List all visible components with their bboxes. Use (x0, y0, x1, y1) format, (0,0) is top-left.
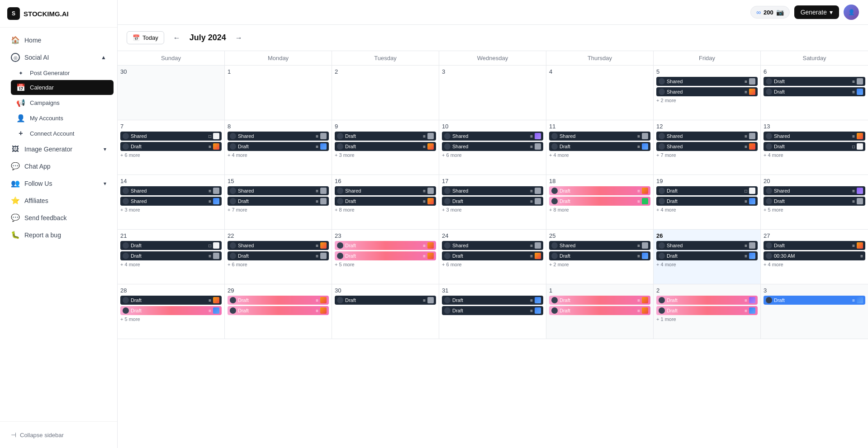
cal-cell-jul30[interactable]: 30 Draft ≡ (332, 284, 439, 339)
more-events-link[interactable]: + 4 more (764, 262, 865, 267)
collapse-sidebar-button[interactable]: ⊣ Collapse sidebar (4, 427, 114, 443)
next-month-button[interactable]: → (232, 32, 246, 44)
calendar-event[interactable]: Shared ≡ (549, 241, 650, 250)
calendar-event[interactable]: Draft ≡ (442, 296, 543, 305)
calendar-event[interactable]: Draft ≡ (442, 251, 543, 260)
calendar-event[interactable]: Draft ≡ (656, 251, 758, 260)
calendar-event[interactable]: Shared ≡ (120, 186, 222, 195)
cal-cell-jul6[interactable]: 6 Draft ≡ Draft ≡ (761, 66, 868, 120)
calendar-event[interactable]: Shared ≡ (228, 186, 329, 195)
calendar-event[interactable]: 00:30 AM ≡ (764, 251, 865, 260)
cal-cell-jul18[interactable]: 18 Draft ≡ Draft ≡ + (546, 175, 654, 229)
calendar-event[interactable]: Draft ≡ (656, 306, 758, 315)
cal-cell-jul7[interactable]: 7 Shared □ Draft ≡ + (118, 120, 225, 174)
sidebar-item-report-bug[interactable]: 🐛 Report a bug (4, 226, 114, 243)
calendar-event[interactable]: Draft ≡ (335, 296, 436, 305)
more-events-link[interactable]: + 4 more (656, 207, 758, 212)
calendar-event[interactable]: Draft ≡ (335, 132, 436, 141)
more-events-link[interactable]: + 6 more (120, 152, 222, 158)
more-events-link[interactable]: + 4 more (120, 262, 222, 267)
calendar-event[interactable]: Shared ≡ (442, 132, 543, 141)
calendar-event[interactable]: Draft □ (120, 241, 222, 250)
more-events-link[interactable]: + 8 more (549, 207, 650, 212)
calendar-event[interactable]: Shared □ (120, 132, 222, 141)
cal-cell-jul3[interactable]: 3 (439, 66, 546, 120)
cal-cell-jul16[interactable]: 16 Shared ≡ Draft ≡ (332, 175, 439, 229)
sidebar-item-post-generator[interactable]: ✦ Post Generator (11, 66, 114, 80)
calendar-event[interactable]: Shared ≡ (442, 142, 543, 151)
calendar-event[interactable]: Draft ≡ (764, 241, 865, 250)
today-button[interactable]: 📅 Today (127, 31, 164, 44)
calendar-event[interactable]: Draft ≡ (228, 306, 329, 315)
cal-cell-jul4[interactable]: 4 (546, 66, 654, 120)
cal-cell-jul26[interactable]: 26 Shared ≡ Draft ≡ (654, 230, 761, 284)
calendar-event[interactable]: Shared ≡ (656, 77, 758, 86)
calendar-event[interactable]: Draft ≡ (228, 197, 329, 206)
cal-cell-jul10[interactable]: 10 Shared ≡ Shared ≡ (439, 120, 546, 174)
app-logo[interactable]: S STOCKIMG.AI (0, 0, 117, 28)
cal-cell-aug1[interactable]: 1 Draft ≡ Draft ≡ (546, 284, 654, 339)
calendar-event[interactable]: Draft ≡ (228, 296, 329, 305)
cal-cell-aug2[interactable]: 2 Draft ≡ Draft ≡ + (654, 284, 761, 339)
more-events-link[interactable]: + 7 more (656, 152, 758, 158)
calendar-event[interactable]: Draft ≡ (764, 77, 865, 86)
calendar-event[interactable]: Shared ≡ (442, 186, 543, 195)
calendar-event[interactable]: Draft ≡ (335, 251, 436, 260)
calendar-event[interactable]: Shared ≡ (656, 87, 758, 96)
calendar-event[interactable]: Draft ≡ (228, 142, 329, 151)
sidebar-item-home[interactable]: 🏠 Home (4, 32, 114, 48)
more-events-link[interactable]: + 3 more (120, 207, 222, 212)
calendar-event[interactable]: Draft ≡ (549, 306, 650, 315)
calendar-event[interactable]: Draft ≡ (120, 251, 222, 260)
calendar-event[interactable]: Shared ≡ (335, 186, 436, 195)
user-avatar[interactable]: 👤 (844, 5, 859, 20)
more-events-link[interactable]: + 3 more (335, 152, 436, 158)
calendar-event[interactable]: Draft ≡ (335, 142, 436, 151)
more-events-link[interactable]: + 2 more (656, 98, 758, 103)
more-events-link[interactable]: + 5 more (764, 207, 865, 212)
more-events-link[interactable]: + 4 more (228, 152, 329, 158)
more-events-link[interactable]: + 5 more (335, 262, 436, 267)
more-events-link[interactable]: + 3 more (442, 207, 543, 212)
more-events-link[interactable]: + 4 more (549, 152, 650, 158)
calendar-event[interactable]: Shared ≡ (549, 132, 650, 141)
cal-cell-jul31[interactable]: 31 Draft ≡ Draft ≡ (439, 284, 546, 339)
cal-cell-jul24[interactable]: 24 Shared ≡ Draft ≡ (439, 230, 546, 284)
more-events-link[interactable]: + 1 more (656, 316, 758, 322)
calendar-event[interactable]: Draft ≡ (764, 87, 865, 96)
calendar-event[interactable]: Draft ≡ (120, 306, 222, 315)
more-events-link[interactable]: + 2 more (549, 262, 650, 267)
calendar-event[interactable]: Draft ≡ (656, 296, 758, 305)
cal-cell-jul2[interactable]: 2 (332, 66, 439, 120)
cal-cell-jul17[interactable]: 17 Shared ≡ Draft ≡ (439, 175, 546, 229)
more-events-link[interactable]: + 5 more (120, 316, 222, 322)
cal-cell-jul8[interactable]: 8 Shared ≡ Draft ≡ + (225, 120, 332, 174)
calendar-event[interactable]: Shared ≡ (764, 186, 865, 195)
calendar-event[interactable]: Draft ≡ (656, 197, 758, 206)
calendar-event[interactable]: Draft ≡ (549, 186, 650, 195)
cal-cell-jul14[interactable]: 14 Shared ≡ Shared ≡ (118, 175, 225, 229)
calendar-event[interactable]: Shared ≡ (228, 241, 329, 250)
cal-cell-jul23[interactable]: 23 Draft ≡ Draft ≡ + (332, 230, 439, 284)
generate-button[interactable]: Generate ▾ (794, 5, 839, 19)
calendar-event[interactable]: Shared ≡ (120, 197, 222, 206)
calendar-event[interactable]: Shared ≡ (656, 241, 758, 250)
sidebar-item-follow-us[interactable]: 👥 Follow Us ▾ (4, 175, 114, 192)
sidebar-item-calendar[interactable]: 📅 Calendar (11, 80, 114, 95)
calendar-event[interactable]: Draft ≡ (228, 251, 329, 260)
cal-cell-jul9[interactable]: 9 Draft ≡ Draft ≡ + (332, 120, 439, 174)
sidebar-item-image-generator[interactable]: 🖼 Image Generator ▾ (4, 141, 114, 157)
calendar-event[interactable]: Shared ≡ (228, 132, 329, 141)
calendar-event[interactable]: Draft ≡ (335, 241, 436, 250)
calendar-event[interactable]: Draft ≡ (549, 251, 650, 260)
calendar-event[interactable]: Shared ≡ (442, 241, 543, 250)
more-events-link[interactable]: + 6 more (228, 262, 329, 267)
cal-cell-jul5[interactable]: 5 Shared ≡ Shared ≡ (654, 66, 761, 120)
cal-cell-jul15[interactable]: 15 Shared ≡ Draft ≡ (225, 175, 332, 229)
calendar-event[interactable]: Draft ≡ (442, 306, 543, 315)
calendar-event[interactable]: Draft ≡ (764, 197, 865, 206)
sidebar-item-chat-app[interactable]: 💬 Chat App (4, 158, 114, 174)
cal-cell-jul28[interactable]: 28 Draft ≡ Draft ≡ + (118, 284, 225, 339)
cal-cell-jul25[interactable]: 25 Shared ≡ Draft ≡ (546, 230, 654, 284)
more-events-link[interactable]: + 4 more (656, 262, 758, 267)
